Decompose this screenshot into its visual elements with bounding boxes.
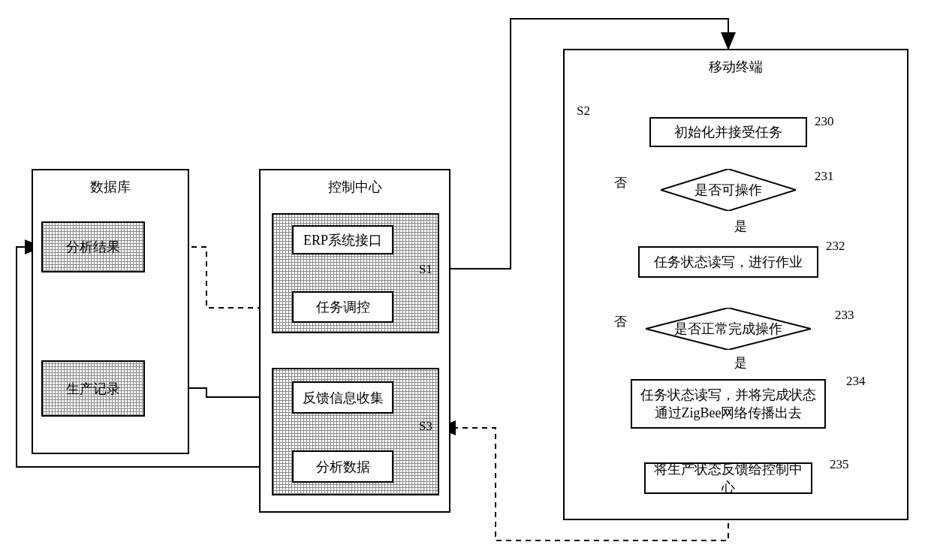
step-235-label: 将生产状态反馈给控制中心 (650, 460, 806, 496)
database-title: 数据库 (33, 170, 188, 203)
step-234-label: 任务状态读写，并将完成状态通过ZigBee网络传播出去 (637, 386, 820, 423)
step-230-label: 初始化并接受任务 (674, 123, 782, 141)
db-analysis-result-label: 分析结果 (66, 238, 120, 256)
control-center-title: 控制中心 (261, 170, 449, 203)
step-235: 将生产状态反馈给控制中心 (644, 462, 812, 494)
db-production-record: 生产记录 (41, 360, 145, 417)
decision-231-no: 否 (614, 174, 627, 191)
decision-231: 是否可操作 (661, 169, 796, 211)
feedback-collection: 反馈信息收集 (292, 381, 393, 414)
analyze-data: 分析数据 (292, 450, 393, 483)
decision-231-label: 是否可操作 (694, 181, 762, 199)
step-231-num: 231 (815, 169, 834, 184)
mobile-terminal-title: 移动终端 (565, 50, 907, 83)
step-234: 任务状态读写，并将完成状态通过ZigBee网络传播出去 (631, 379, 826, 429)
step-232-num: 232 (826, 239, 845, 254)
erp-interface-label: ERP系统接口 (303, 231, 382, 249)
step-230-num: 230 (815, 114, 834, 129)
diagram-root: 数据库 分析结果 生产记录 控制中心 S1 ERP系统接口 任务调控 S3 反馈… (0, 0, 931, 560)
db-analysis-result: 分析结果 (41, 221, 145, 272)
s2-tag: S2 (577, 104, 590, 119)
step-230: 初始化并接受任务 (649, 117, 807, 147)
step-232-label: 任务状态读写，进行作业 (654, 253, 803, 271)
s1-tag: S1 (419, 262, 432, 277)
decision-233: 是否正常完成操作 (646, 308, 811, 350)
step-235-num: 235 (830, 457, 849, 472)
decision-231-yes: 是 (734, 218, 747, 235)
task-scheduling: 任务调控 (292, 291, 393, 323)
task-scheduling-label: 任务调控 (316, 298, 370, 316)
decision-233-no: 否 (614, 313, 627, 330)
feedback-collection-label: 反馈信息收集 (303, 389, 384, 407)
decision-233-yes: 是 (734, 354, 747, 372)
decision-233-label: 是否正常完成操作 (674, 320, 782, 338)
step-233-num: 233 (835, 308, 854, 323)
step-232: 任务状态读写，进行作业 (638, 246, 818, 278)
s3-tag: S3 (419, 419, 432, 434)
erp-interface: ERP系统接口 (292, 225, 393, 254)
analyze-data-label: 分析数据 (316, 458, 370, 476)
db-production-record-label: 生产记录 (66, 380, 120, 398)
step-234-num: 234 (846, 374, 866, 389)
